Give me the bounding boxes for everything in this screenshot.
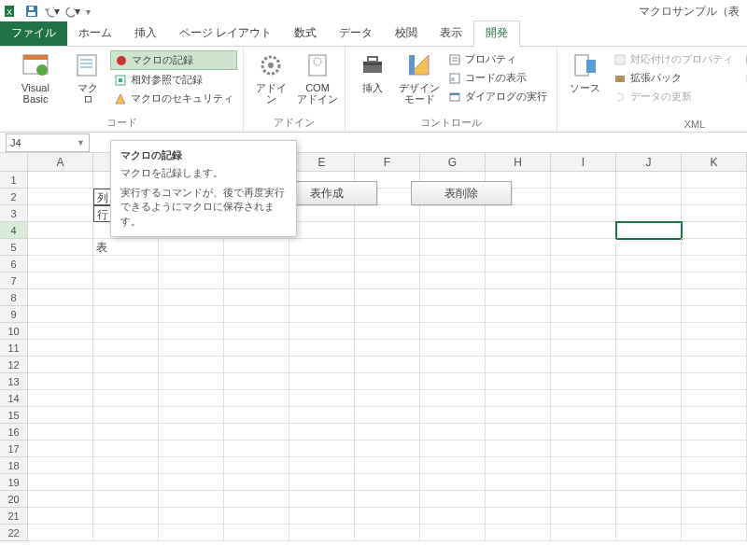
cell[interactable]	[159, 340, 224, 357]
cell[interactable]	[159, 273, 224, 289]
cell[interactable]	[616, 441, 682, 457]
cell[interactable]	[682, 441, 747, 457]
cell[interactable]	[28, 424, 93, 441]
cell[interactable]	[682, 205, 747, 222]
cell[interactable]	[486, 205, 551, 222]
cell[interactable]	[28, 508, 93, 525]
cell[interactable]	[93, 373, 159, 390]
cell[interactable]	[28, 306, 93, 323]
cell[interactable]	[551, 172, 616, 189]
cell[interactable]	[486, 474, 551, 491]
cell[interactable]	[551, 306, 616, 323]
cell[interactable]	[289, 222, 355, 239]
tab-review[interactable]: 校閲	[384, 21, 429, 46]
cell[interactable]	[682, 256, 747, 273]
cell[interactable]	[159, 373, 224, 390]
cell[interactable]	[616, 189, 682, 205]
cell[interactable]	[93, 457, 159, 474]
cell[interactable]	[616, 424, 682, 441]
cell[interactable]	[682, 508, 747, 525]
cell[interactable]	[224, 474, 289, 491]
cell[interactable]	[420, 256, 486, 273]
cell[interactable]	[551, 373, 616, 390]
select-all-corner[interactable]	[0, 153, 28, 172]
cell[interactable]	[93, 491, 159, 508]
delete-table-button[interactable]: 表削除	[411, 181, 512, 205]
cell[interactable]	[682, 390, 747, 407]
cell[interactable]	[616, 172, 682, 189]
cell[interactable]	[682, 491, 747, 508]
cell[interactable]	[420, 323, 486, 340]
cell[interactable]	[93, 357, 159, 373]
cell[interactable]	[616, 205, 682, 222]
cell[interactable]	[28, 357, 93, 373]
cell[interactable]	[355, 390, 420, 407]
cell[interactable]	[355, 474, 420, 491]
cell[interactable]	[28, 256, 93, 273]
cell[interactable]	[551, 491, 616, 508]
cell[interactable]	[159, 407, 224, 424]
cell[interactable]	[289, 525, 355, 541]
cell[interactable]	[486, 508, 551, 525]
cell[interactable]	[682, 340, 747, 357]
cell[interactable]	[289, 491, 355, 508]
cell[interactable]	[420, 441, 486, 457]
cell[interactable]	[616, 239, 682, 256]
cell[interactable]	[355, 306, 420, 323]
cell[interactable]	[289, 424, 355, 441]
cell[interactable]	[486, 390, 551, 407]
properties-button[interactable]: プロパティ	[444, 50, 551, 68]
cell[interactable]	[551, 441, 616, 457]
cell[interactable]	[551, 239, 616, 256]
cell[interactable]	[420, 357, 486, 373]
tab-view[interactable]: 表示	[429, 21, 473, 46]
row-header[interactable]: 11	[0, 340, 28, 357]
cell[interactable]	[616, 491, 682, 508]
row-header[interactable]: 13	[0, 373, 28, 390]
row-header[interactable]: 1	[0, 172, 28, 189]
cell[interactable]	[420, 457, 486, 474]
cell[interactable]	[93, 407, 159, 424]
cell[interactable]	[159, 390, 224, 407]
cell[interactable]	[289, 407, 355, 424]
cell[interactable]	[616, 273, 682, 289]
cell[interactable]	[616, 525, 682, 541]
cell[interactable]	[551, 457, 616, 474]
row-header[interactable]: 7	[0, 273, 28, 289]
cell[interactable]	[682, 525, 747, 541]
xml-source-button[interactable]: ソース	[563, 49, 606, 118]
cell[interactable]	[551, 289, 616, 306]
cell[interactable]	[93, 525, 159, 541]
addin-button[interactable]: アドイン	[249, 49, 292, 115]
cell[interactable]	[486, 441, 551, 457]
chevron-down-icon[interactable]: ▼	[77, 138, 85, 147]
cell[interactable]	[224, 289, 289, 306]
cell[interactable]	[355, 491, 420, 508]
cell[interactable]	[159, 441, 224, 457]
row-header[interactable]: 19	[0, 474, 28, 491]
view-code-button[interactable]: a コードの表示	[444, 69, 551, 87]
record-macro-button[interactable]: マクロの記録	[110, 50, 237, 70]
row-header[interactable]: 5	[0, 239, 28, 256]
cell[interactable]	[682, 273, 747, 289]
cell[interactable]	[93, 289, 159, 306]
run-dialog-button[interactable]: ダイアログの実行	[444, 88, 551, 105]
visual-basic-button[interactable]: Visual Basic	[6, 49, 65, 115]
cell[interactable]	[93, 256, 159, 273]
cell[interactable]	[224, 491, 289, 508]
cell[interactable]	[224, 357, 289, 373]
cell[interactable]	[616, 373, 682, 390]
cell[interactable]	[28, 525, 93, 541]
cell[interactable]	[486, 457, 551, 474]
cell[interactable]	[616, 306, 682, 323]
row-header[interactable]: 16	[0, 424, 28, 441]
cell[interactable]	[28, 239, 93, 256]
com-addin-button[interactable]: COM アドイン	[296, 49, 339, 115]
cell[interactable]	[159, 289, 224, 306]
cell[interactable]	[93, 340, 159, 357]
cell[interactable]	[93, 273, 159, 289]
cell[interactable]	[93, 441, 159, 457]
cell[interactable]	[28, 273, 93, 289]
row-header[interactable]: 2	[0, 189, 28, 205]
cell[interactable]	[355, 407, 420, 424]
